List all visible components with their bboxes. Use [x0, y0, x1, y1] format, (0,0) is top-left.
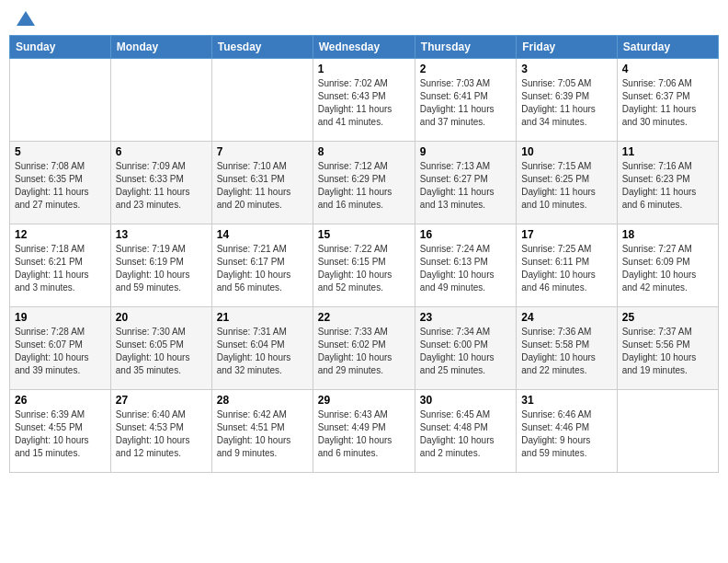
day-info: Sunrise: 7:31 AM Sunset: 6:04 PM Dayligh…: [217, 326, 308, 377]
calendar-cell: 13Sunrise: 7:19 AM Sunset: 6:19 PM Dayli…: [110, 224, 211, 307]
calendar-cell: 15Sunrise: 7:22 AM Sunset: 6:15 PM Dayli…: [313, 224, 415, 307]
column-header-friday: Friday: [517, 36, 617, 59]
day-info: Sunrise: 7:36 AM Sunset: 5:58 PM Dayligh…: [521, 326, 611, 377]
column-header-wednesday: Wednesday: [313, 36, 415, 59]
day-number: 4: [622, 63, 713, 75]
column-header-monday: Monday: [110, 36, 211, 59]
day-info: Sunrise: 7:16 AM Sunset: 6:23 PM Dayligh…: [622, 160, 713, 212]
day-info: Sunrise: 7:13 AM Sunset: 6:27 PM Dayligh…: [420, 160, 511, 212]
day-info: Sunrise: 7:12 AM Sunset: 6:29 PM Dayligh…: [318, 160, 410, 212]
day-number: 28: [217, 394, 308, 407]
day-info: Sunrise: 7:19 AM Sunset: 6:19 PM Dayligh…: [116, 243, 207, 294]
calendar-cell: 14Sunrise: 7:21 AM Sunset: 6:17 PM Dayli…: [211, 224, 313, 307]
calendar-week-4: 19Sunrise: 7:28 AM Sunset: 6:07 PM Dayli…: [10, 307, 719, 390]
day-info: Sunrise: 7:10 AM Sunset: 6:31 PM Dayligh…: [217, 160, 308, 212]
calendar-cell: 4Sunrise: 7:06 AM Sunset: 6:37 PM Daylig…: [617, 59, 718, 142]
day-number: 17: [521, 228, 611, 241]
calendar-cell: 25Sunrise: 7:37 AM Sunset: 5:56 PM Dayli…: [617, 307, 718, 390]
page-header: [9, 9, 719, 28]
calendar-week-5: 26Sunrise: 6:39 AM Sunset: 4:55 PM Dayli…: [10, 390, 719, 473]
day-info: Sunrise: 6:39 AM Sunset: 4:55 PM Dayligh…: [15, 408, 106, 460]
calendar-cell: 22Sunrise: 7:33 AM Sunset: 6:02 PM Dayli…: [313, 307, 415, 390]
calendar-cell: 16Sunrise: 7:24 AM Sunset: 6:13 PM Dayli…: [415, 224, 516, 307]
calendar-cell: 11Sunrise: 7:16 AM Sunset: 6:23 PM Dayli…: [617, 142, 718, 224]
day-number: 2: [420, 63, 511, 75]
calendar-cell: [211, 59, 313, 142]
day-info: Sunrise: 6:46 AM Sunset: 4:46 PM Dayligh…: [521, 408, 611, 460]
day-number: 7: [217, 145, 308, 158]
calendar-cell: 19Sunrise: 7:28 AM Sunset: 6:07 PM Dayli…: [10, 307, 111, 390]
calendar-table: SundayMondayTuesdayWednesdayThursdayFrid…: [9, 35, 719, 473]
day-info: Sunrise: 7:05 AM Sunset: 6:39 PM Dayligh…: [521, 77, 611, 129]
calendar-cell: 3Sunrise: 7:05 AM Sunset: 6:39 PM Daylig…: [517, 59, 617, 142]
day-info: Sunrise: 7:28 AM Sunset: 6:07 PM Dayligh…: [15, 326, 106, 377]
day-info: Sunrise: 6:42 AM Sunset: 4:51 PM Dayligh…: [217, 408, 308, 460]
day-number: 26: [15, 394, 106, 407]
calendar-cell: 28Sunrise: 6:42 AM Sunset: 4:51 PM Dayli…: [211, 390, 313, 473]
column-header-tuesday: Tuesday: [211, 36, 313, 59]
day-info: Sunrise: 7:08 AM Sunset: 6:35 PM Dayligh…: [15, 160, 106, 212]
day-number: 30: [420, 394, 511, 407]
calendar-cell: 30Sunrise: 6:45 AM Sunset: 4:48 PM Dayli…: [415, 390, 516, 473]
logo: [13, 9, 37, 28]
day-number: 29: [318, 394, 410, 407]
day-info: Sunrise: 7:02 AM Sunset: 6:43 PM Dayligh…: [318, 77, 410, 129]
column-header-saturday: Saturday: [617, 36, 718, 59]
day-number: 11: [622, 145, 713, 158]
calendar-cell: 23Sunrise: 7:34 AM Sunset: 6:00 PM Dayli…: [415, 307, 516, 390]
day-info: Sunrise: 6:43 AM Sunset: 4:49 PM Dayligh…: [318, 408, 410, 460]
day-info: Sunrise: 7:24 AM Sunset: 6:13 PM Dayligh…: [420, 243, 511, 294]
calendar-cell: 18Sunrise: 7:27 AM Sunset: 6:09 PM Dayli…: [617, 224, 718, 307]
day-info: Sunrise: 7:34 AM Sunset: 6:00 PM Dayligh…: [420, 326, 511, 377]
day-number: 12: [15, 228, 106, 241]
day-info: Sunrise: 6:45 AM Sunset: 4:48 PM Dayligh…: [420, 408, 511, 460]
calendar-header-row: SundayMondayTuesdayWednesdayThursdayFrid…: [10, 36, 719, 59]
day-number: 25: [622, 311, 713, 324]
calendar-cell: 31Sunrise: 6:46 AM Sunset: 4:46 PM Dayli…: [517, 390, 617, 473]
column-header-sunday: Sunday: [10, 36, 111, 59]
day-number: 8: [318, 145, 410, 158]
calendar-cell: [110, 59, 211, 142]
day-number: 22: [318, 311, 410, 324]
day-number: 5: [15, 145, 106, 158]
day-number: 31: [521, 394, 611, 407]
calendar-cell: 17Sunrise: 7:25 AM Sunset: 6:11 PM Dayli…: [517, 224, 617, 307]
day-number: 15: [318, 228, 410, 241]
calendar-cell: 12Sunrise: 7:18 AM Sunset: 6:21 PM Dayli…: [10, 224, 111, 307]
day-number: 21: [217, 311, 308, 324]
day-number: 20: [116, 311, 207, 324]
day-number: 27: [116, 394, 207, 407]
calendar-cell: 6Sunrise: 7:09 AM Sunset: 6:33 PM Daylig…: [110, 142, 211, 224]
day-info: Sunrise: 7:06 AM Sunset: 6:37 PM Dayligh…: [622, 77, 713, 129]
day-info: Sunrise: 7:37 AM Sunset: 5:56 PM Dayligh…: [622, 326, 713, 377]
calendar-cell: 8Sunrise: 7:12 AM Sunset: 6:29 PM Daylig…: [313, 142, 415, 224]
calendar-week-2: 5Sunrise: 7:08 AM Sunset: 6:35 PM Daylig…: [10, 142, 719, 224]
calendar-cell: 5Sunrise: 7:08 AM Sunset: 6:35 PM Daylig…: [10, 142, 111, 224]
day-number: 3: [521, 63, 611, 75]
day-info: Sunrise: 7:30 AM Sunset: 6:05 PM Dayligh…: [116, 326, 207, 377]
calendar-cell: 21Sunrise: 7:31 AM Sunset: 6:04 PM Dayli…: [211, 307, 313, 390]
calendar-cell: 27Sunrise: 6:40 AM Sunset: 4:53 PM Dayli…: [110, 390, 211, 473]
day-number: 16: [420, 228, 511, 241]
calendar-cell: 26Sunrise: 6:39 AM Sunset: 4:55 PM Dayli…: [10, 390, 111, 473]
day-number: 9: [420, 145, 511, 158]
day-info: Sunrise: 7:21 AM Sunset: 6:17 PM Dayligh…: [217, 243, 308, 294]
day-info: Sunrise: 7:03 AM Sunset: 6:41 PM Dayligh…: [420, 77, 511, 129]
day-info: Sunrise: 7:18 AM Sunset: 6:21 PM Dayligh…: [15, 243, 106, 294]
calendar-cell: 1Sunrise: 7:02 AM Sunset: 6:43 PM Daylig…: [313, 59, 415, 142]
calendar-cell: [10, 59, 111, 142]
svg-marker-0: [17, 11, 35, 26]
day-number: 24: [521, 311, 611, 324]
day-number: 19: [15, 311, 106, 324]
calendar-cell: 9Sunrise: 7:13 AM Sunset: 6:27 PM Daylig…: [415, 142, 516, 224]
day-number: 13: [116, 228, 207, 241]
calendar-cell: 10Sunrise: 7:15 AM Sunset: 6:25 PM Dayli…: [517, 142, 617, 224]
day-info: Sunrise: 6:40 AM Sunset: 4:53 PM Dayligh…: [116, 408, 207, 460]
day-number: 23: [420, 311, 511, 324]
day-number: 6: [116, 145, 207, 158]
day-number: 18: [622, 228, 713, 241]
logo-icon: [15, 9, 37, 28]
day-info: Sunrise: 7:09 AM Sunset: 6:33 PM Dayligh…: [116, 160, 207, 212]
day-number: 14: [217, 228, 308, 241]
calendar-cell: 20Sunrise: 7:30 AM Sunset: 6:05 PM Dayli…: [110, 307, 211, 390]
